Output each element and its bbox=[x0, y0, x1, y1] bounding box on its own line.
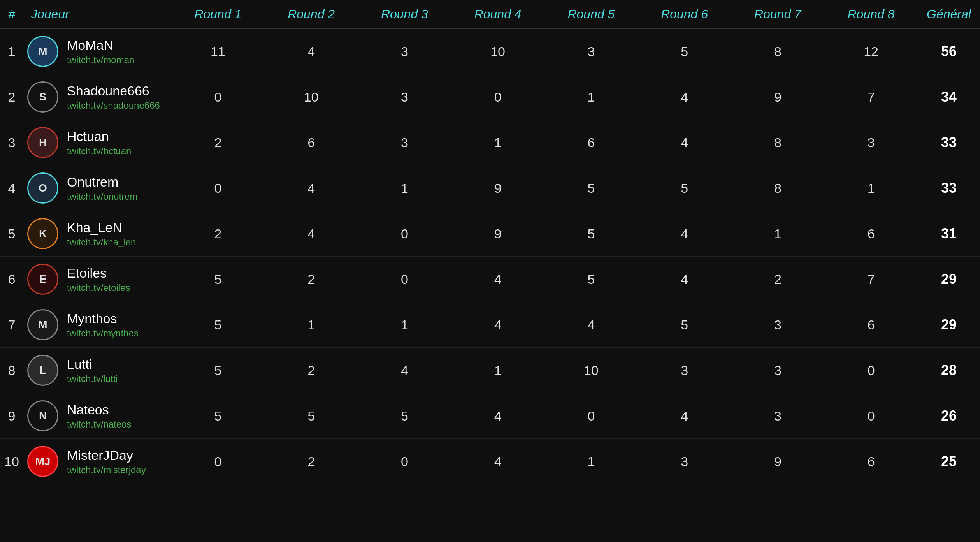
round7-score: 9 bbox=[731, 74, 825, 120]
player-info: MoMaN twitch.tv/moman bbox=[67, 38, 134, 65]
general-score: 56 bbox=[918, 29, 980, 74]
round5-score: 4 bbox=[544, 302, 638, 348]
player-name: Onutrem bbox=[67, 174, 137, 190]
header-round6: Round 6 bbox=[638, 0, 731, 29]
player-name: MisterJDay bbox=[67, 448, 146, 463]
round3-score: 0 bbox=[358, 257, 451, 302]
player-cell: L Lutti twitch.tv/lutti bbox=[23, 348, 171, 393]
round1-score: 11 bbox=[171, 29, 265, 74]
round6-score: 4 bbox=[638, 74, 731, 120]
avatar: E bbox=[27, 264, 58, 295]
header-round5: Round 5 bbox=[544, 0, 638, 29]
player-twitch[interactable]: twitch.tv/shadoune666 bbox=[67, 100, 160, 111]
leaderboard-table: # Joueur Round 1 Round 2 Round 3 Round 4… bbox=[0, 0, 980, 484]
player-twitch[interactable]: twitch.tv/kha_len bbox=[67, 237, 136, 248]
player-cell: K Kha_LeN twitch.tv/kha_len bbox=[23, 211, 171, 257]
round6-score: 5 bbox=[638, 29, 731, 74]
round8-score: 0 bbox=[824, 348, 918, 393]
round3-score: 1 bbox=[358, 302, 451, 348]
general-score: 29 bbox=[918, 257, 980, 302]
header-general: Général bbox=[918, 0, 980, 29]
round6-score: 4 bbox=[638, 120, 731, 165]
rank-cell: 9 bbox=[0, 393, 23, 439]
round1-score: 5 bbox=[171, 257, 265, 302]
round4-score: 9 bbox=[451, 165, 544, 211]
player-twitch[interactable]: twitch.tv/moman bbox=[67, 55, 134, 65]
round8-score: 7 bbox=[824, 74, 918, 120]
round3-score: 3 bbox=[358, 74, 451, 120]
round2-score: 10 bbox=[265, 74, 358, 120]
round6-score: 5 bbox=[638, 165, 731, 211]
player-twitch[interactable]: twitch.tv/onutrem bbox=[67, 191, 137, 202]
round6-score: 4 bbox=[638, 257, 731, 302]
round5-score: 5 bbox=[544, 165, 638, 211]
round1-score: 5 bbox=[171, 348, 265, 393]
general-score: 29 bbox=[918, 302, 980, 348]
general-score: 25 bbox=[918, 439, 980, 484]
round3-score: 4 bbox=[358, 348, 451, 393]
player-info: Mynthos twitch.tv/mynthos bbox=[67, 311, 139, 339]
rank-cell: 6 bbox=[0, 257, 23, 302]
round8-score: 0 bbox=[824, 393, 918, 439]
table-row: 5 K Kha_LeN twitch.tv/kha_len 2 4 0 9 5 … bbox=[0, 211, 980, 257]
round3-score: 3 bbox=[358, 120, 451, 165]
general-score: 33 bbox=[918, 120, 980, 165]
rank-cell: 2 bbox=[0, 74, 23, 120]
rank-cell: 1 bbox=[0, 29, 23, 74]
player-twitch[interactable]: twitch.tv/hctuan bbox=[67, 146, 131, 157]
player-info: Nateos twitch.tv/nateos bbox=[67, 402, 131, 430]
player-info: Hctuan twitch.tv/hctuan bbox=[67, 129, 131, 157]
player-info: Etoiles twitch.tv/etoiles bbox=[67, 266, 130, 293]
round1-score: 0 bbox=[171, 74, 265, 120]
table-header: # Joueur Round 1 Round 2 Round 3 Round 4… bbox=[0, 0, 980, 29]
player-twitch[interactable]: twitch.tv/mynthos bbox=[67, 328, 139, 339]
round5-score: 10 bbox=[544, 348, 638, 393]
round4-score: 4 bbox=[451, 439, 544, 484]
round2-score: 4 bbox=[265, 211, 358, 257]
player-cell: N Nateos twitch.tv/nateos bbox=[23, 393, 171, 439]
round5-score: 1 bbox=[544, 74, 638, 120]
player-cell: M MoMaN twitch.tv/moman bbox=[23, 29, 171, 74]
round8-score: 7 bbox=[824, 257, 918, 302]
rank-cell: 5 bbox=[0, 211, 23, 257]
player-twitch[interactable]: twitch.tv/nateos bbox=[67, 419, 131, 430]
round4-score: 1 bbox=[451, 348, 544, 393]
round8-score: 3 bbox=[824, 120, 918, 165]
avatar: L bbox=[27, 355, 58, 386]
round7-score: 8 bbox=[731, 29, 825, 74]
general-score: 34 bbox=[918, 74, 980, 120]
round7-score: 8 bbox=[731, 165, 825, 211]
avatar: K bbox=[27, 218, 58, 249]
table-row: 3 H Hctuan twitch.tv/hctuan 2 6 3 1 6 4 … bbox=[0, 120, 980, 165]
round5-score: 3 bbox=[544, 29, 638, 74]
player-info: Shadoune666 twitch.tv/shadoune666 bbox=[67, 83, 160, 111]
round1-score: 5 bbox=[171, 302, 265, 348]
table-row: 9 N Nateos twitch.tv/nateos 5 5 5 4 0 4 … bbox=[0, 393, 980, 439]
header-round2: Round 2 bbox=[265, 0, 358, 29]
player-name: Etoiles bbox=[67, 266, 130, 281]
round5-score: 5 bbox=[544, 257, 638, 302]
round4-score: 4 bbox=[451, 393, 544, 439]
player-name: Lutti bbox=[67, 357, 118, 372]
player-name: Nateos bbox=[67, 402, 131, 417]
player-info: Kha_LeN twitch.tv/kha_len bbox=[67, 220, 136, 248]
player-name: Mynthos bbox=[67, 311, 139, 326]
round8-score: 12 bbox=[824, 29, 918, 74]
player-twitch[interactable]: twitch.tv/misterjday bbox=[67, 465, 146, 475]
round3-score: 5 bbox=[358, 393, 451, 439]
round5-score: 0 bbox=[544, 393, 638, 439]
general-score: 26 bbox=[918, 393, 980, 439]
player-twitch[interactable]: twitch.tv/etoiles bbox=[67, 282, 130, 293]
round7-score: 3 bbox=[731, 348, 825, 393]
round6-score: 5 bbox=[638, 302, 731, 348]
table-row: 2 S Shadoune666 twitch.tv/shadoune666 0 … bbox=[0, 74, 980, 120]
player-cell: M Mynthos twitch.tv/mynthos bbox=[23, 302, 171, 348]
general-score: 33 bbox=[918, 165, 980, 211]
avatar: O bbox=[27, 172, 58, 204]
player-cell: S Shadoune666 twitch.tv/shadoune666 bbox=[23, 74, 171, 120]
round2-score: 2 bbox=[265, 348, 358, 393]
round3-score: 1 bbox=[358, 165, 451, 211]
round2-score: 1 bbox=[265, 302, 358, 348]
round1-score: 5 bbox=[171, 393, 265, 439]
player-twitch[interactable]: twitch.tv/lutti bbox=[67, 373, 118, 384]
